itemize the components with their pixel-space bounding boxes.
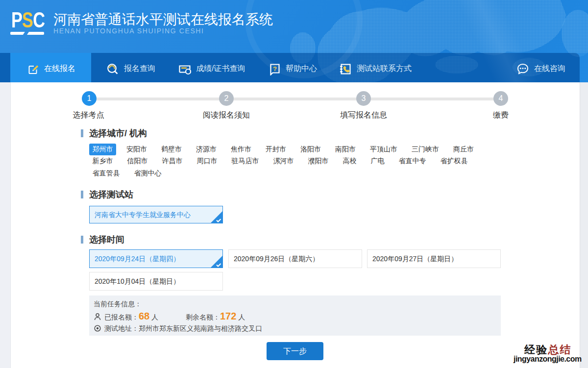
svg-text:?: ? [273,65,277,72]
